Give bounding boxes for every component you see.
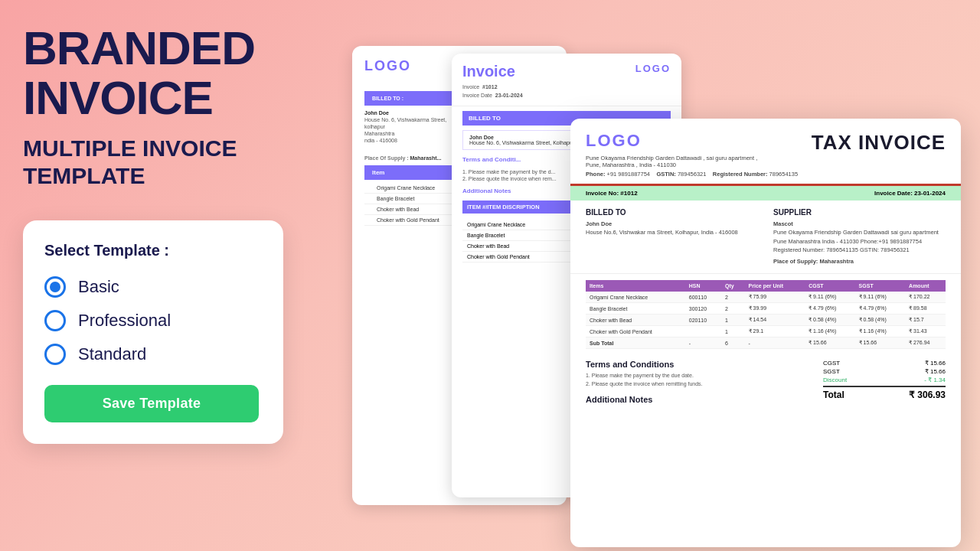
table-row: Choker with Gold Pendant 1 ₹ 29.1 ₹ 1.16… [586, 326, 946, 337]
front-sgst-label: SGST [823, 368, 840, 375]
radio-option-basic[interactable]: Basic [44, 276, 259, 298]
td-amount-4: ₹ 31.43 [905, 326, 946, 337]
front-table-foot: Sub Total - 6 - ₹ 15.66 ₹ 15.66 ₹ 276.94 [586, 337, 946, 349]
front-supplier-col: SUPPLIER Mascot Pune Okayama Friendship … [773, 208, 946, 266]
td-cgst-4: ₹ 1.16 (4%) [805, 326, 854, 337]
front-discount-row: Discount - ₹ 1.34 [823, 377, 946, 383]
radio-basic[interactable] [44, 276, 66, 298]
subtotal-label: Sub Total [586, 337, 685, 349]
front-gstin-label: GSTIN: [656, 171, 675, 178]
radio-label-basic: Basic [78, 277, 119, 297]
td-sgst-2: ₹ 4.79 (6%) [855, 303, 905, 315]
td-cgst-3: ₹ 0.58 (4%) [805, 315, 854, 326]
front-total-value: ₹ 306.93 [909, 390, 946, 400]
save-template-button[interactable]: Save Template [44, 385, 259, 422]
front-place-supply: Place of Supply: Maharashtra [773, 257, 946, 266]
td-sgst-4: ₹ 1.16 (4%) [855, 326, 905, 337]
td-item-3: Choker with Bead [586, 315, 685, 326]
td-amount-2: ₹ 89.58 [905, 303, 946, 315]
td-item-2: Bangle Bracelet [586, 303, 685, 315]
front-cgst-value: ₹ 15.66 [925, 360, 946, 367]
subtotal-sgst: ₹ 15.66 [855, 337, 905, 349]
td-qty-4: 1 [721, 326, 745, 337]
front-discount-value: - ₹ 1.34 [924, 377, 946, 383]
front-phone-label: Phone: [586, 171, 605, 178]
mid-meta: Invoice #1012 Invoice Date 23-01-2024 [462, 83, 523, 99]
invoice-preview-front: LOGO Pune Okayama Friendship Garden Datt… [570, 119, 961, 547]
td-item-4: Choker with Gold Pendant [586, 326, 685, 337]
radio-option-standard[interactable]: Standard [44, 344, 259, 365]
front-total-label: Total [823, 390, 844, 400]
front-terms-2: 2. Please quote the invoice when remitti… [586, 380, 808, 388]
th-qty: Qty [721, 280, 745, 292]
front-cgst-label: CGST [823, 360, 840, 367]
front-table-head: Items HSN Qty Price per Unit CGST SGST A… [586, 280, 946, 292]
td-cgst-1: ₹ 9.11 (6%) [805, 292, 854, 303]
th-items: Items [586, 280, 685, 292]
radio-option-professional[interactable]: Professional [44, 310, 259, 331]
td-item-1: Origami Crane Necklace [586, 292, 685, 303]
front-contact: Phone: +91 9891887754 GSTIN: 789456321 R… [586, 171, 798, 178]
td-price-4: ₹ 29.1 [745, 326, 805, 337]
front-cgst-row: CGST ₹ 15.66 [823, 360, 946, 367]
front-supplier-name: Mascot [773, 220, 946, 228]
front-sgst-value: ₹ 15.66 [925, 368, 946, 375]
front-billed-name: John Doe [586, 220, 758, 228]
mid-invoice-info: Invoice Invoice #1012 Invoice Date 23-01… [462, 63, 523, 99]
front-billed-col: BILLED TO John Doe House No.6, Vishwakar… [586, 208, 758, 266]
radio-professional[interactable] [44, 310, 66, 331]
mid-invoice-no-row: Invoice #1012 [462, 83, 523, 91]
mid-title: Invoice [462, 63, 523, 80]
td-hsn-1: 600110 [685, 292, 721, 303]
front-table-header-row: Items HSN Qty Price per Unit CGST SGST A… [586, 280, 946, 292]
front-items-table: Items HSN Qty Price per Unit CGST SGST A… [586, 280, 946, 349]
td-price-1: ₹ 75.99 [745, 292, 805, 303]
front-bottom-section: Terms and Conditions 1. Please make the … [570, 355, 961, 406]
front-terms-notes: Terms and Conditions 1. Please make the … [586, 360, 808, 406]
radio-label-standard: Standard [78, 344, 146, 364]
table-row: Bangle Bracelet 300120 2 ₹ 39.99 ₹ 4.79 … [586, 303, 946, 315]
front-reg-label: Registered Number: [713, 171, 768, 178]
td-hsn-4 [685, 326, 721, 337]
front-inv-date: Invoice Date: 23-01-2024 [874, 190, 946, 197]
back-place-label: Place Of Supply : [364, 155, 409, 161]
radio-standard[interactable] [44, 344, 66, 365]
left-section: BRANDED INVOICE MULTIPLE INVOICE TEMPLAT… [23, 23, 329, 444]
front-invoice-bar: Invoice No: #1012 Invoice Date: 23-01-20… [570, 186, 961, 201]
front-billed-address: House No.6, Vishwakar ma Street, Kolhapu… [586, 228, 758, 236]
front-top-bar: LOGO Pune Okayama Friendship Garden Datt… [570, 119, 961, 186]
mid-date-row: Invoice Date 23-01-2024 [462, 91, 523, 99]
td-cgst-2: ₹ 4.79 (6%) [805, 303, 854, 315]
front-supplier-address: Pune Okayama Friendship Garden Dattawadi… [773, 228, 946, 254]
template-selector-card: Select Template : Basic Professional Sta… [23, 220, 283, 444]
front-discount-label: Discount [823, 377, 847, 383]
front-supplier-title: SUPPLIER [773, 208, 946, 217]
table-row: Origami Crane Necklace 600110 2 ₹ 75.99 … [586, 292, 946, 303]
td-hsn-3: 020110 [685, 315, 721, 326]
front-total-final-row: Total ₹ 306.93 [823, 386, 946, 400]
th-sgst: SGST [855, 280, 905, 292]
td-amount-3: ₹ 15.7 [905, 315, 946, 326]
td-sgst-1: ₹ 9.11 (6%) [855, 292, 905, 303]
front-billed-section: BILLED TO John Doe House No.6, Vishwakar… [570, 201, 961, 274]
subtotal-row: Sub Total - 6 - ₹ 15.66 ₹ 15.66 ₹ 276.94 [586, 337, 946, 349]
th-price: Price per Unit [745, 280, 805, 292]
td-qty-3: 1 [721, 315, 745, 326]
template-card-title: Select Template : [44, 242, 259, 259]
table-row: Choker with Bead 020110 1 ₹ 14.54 ₹ 0.58… [586, 315, 946, 326]
subtotal-amount: ₹ 276.94 [905, 337, 946, 349]
front-inv-no: Invoice No: #1012 [586, 190, 638, 197]
subtotal-cgst: ₹ 15.66 [805, 337, 854, 349]
front-billed-title: BILLED TO [586, 208, 758, 217]
front-table-body: Origami Crane Necklace 600110 2 ₹ 75.99 … [586, 292, 946, 337]
front-terms-1: 1. Please make the payment by the due da… [586, 371, 808, 380]
subtotal-dash2: - [745, 337, 805, 349]
td-qty-2: 2 [721, 303, 745, 315]
td-amount-1: ₹ 170.22 [905, 292, 946, 303]
subtotal-dash1: - [685, 337, 721, 349]
mid-logo: LOGO [635, 63, 671, 74]
td-price-3: ₹ 14.54 [745, 315, 805, 326]
th-amount: Amount [905, 280, 946, 292]
front-address: Pune Okayama Friendship Garden Dattawadi… [586, 155, 769, 168]
back-place-value: Maharasht... [410, 155, 442, 161]
